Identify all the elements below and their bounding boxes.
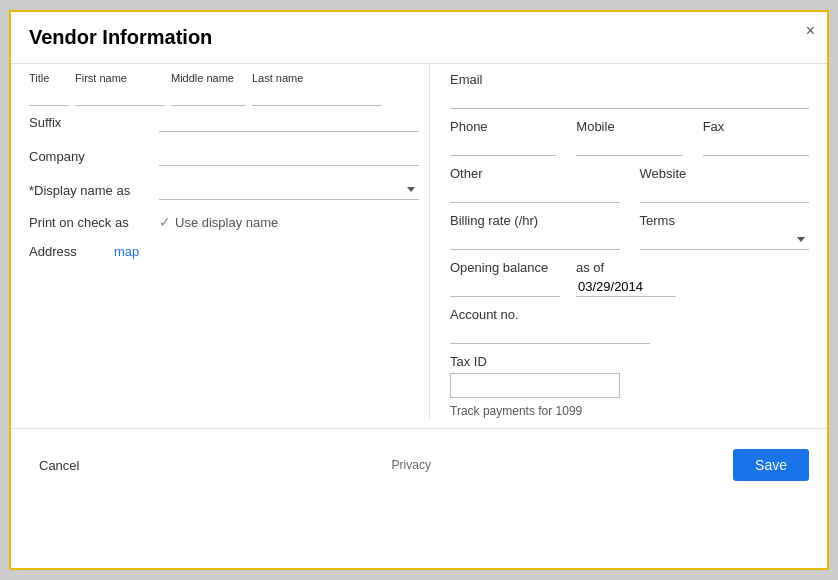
save-button[interactable]: Save bbox=[733, 449, 809, 481]
address-row: Address map bbox=[29, 244, 419, 259]
tax-id-input[interactable] bbox=[450, 373, 620, 398]
opening-balance-input[interactable] bbox=[450, 277, 560, 297]
other-input[interactable] bbox=[450, 183, 620, 203]
mobile-input[interactable] bbox=[576, 136, 682, 156]
terms-label: Terms bbox=[640, 213, 810, 228]
other-field-group: Other bbox=[450, 166, 620, 203]
terms-field-group: Terms Net 15 Net 30 Net 60 Due on receip… bbox=[640, 213, 810, 250]
as-of-field-group: as of bbox=[576, 260, 676, 297]
middlename-input[interactable] bbox=[171, 86, 246, 106]
suffix-input[interactable] bbox=[159, 112, 419, 132]
email-row: Email bbox=[450, 72, 809, 109]
mobile-label: Mobile bbox=[576, 119, 682, 134]
phone-label: Phone bbox=[450, 119, 556, 134]
company-input[interactable] bbox=[159, 146, 419, 166]
address-label: Address bbox=[29, 244, 114, 259]
close-button[interactable]: × bbox=[806, 22, 815, 40]
track-payments-label: Track payments for 1099 bbox=[450, 404, 809, 418]
suffix-row: Suffix bbox=[29, 112, 419, 132]
email-label: Email bbox=[450, 72, 809, 87]
other-label: Other bbox=[450, 166, 620, 181]
email-field-group: Email bbox=[450, 72, 809, 109]
vendor-information-dialog: Vendor Information × Title First name Mi… bbox=[9, 10, 829, 570]
billing-rate-label: Billing rate (/hr) bbox=[450, 213, 620, 228]
dialog-body: Title First name Middle name Last name bbox=[11, 64, 827, 418]
as-of-input[interactable] bbox=[576, 277, 676, 297]
mobile-field-group: Mobile bbox=[576, 119, 682, 156]
middlename-label: Middle name bbox=[171, 72, 246, 84]
terms-select[interactable]: Net 15 Net 30 Net 60 Due on receipt bbox=[640, 230, 810, 250]
title-label: Title bbox=[29, 72, 69, 84]
display-name-select[interactable] bbox=[159, 180, 419, 200]
website-input[interactable] bbox=[640, 183, 810, 203]
account-no-row: Account no. bbox=[450, 307, 809, 344]
firstname-field-group: First name bbox=[75, 72, 165, 106]
phone-input[interactable] bbox=[450, 136, 556, 156]
other-website-row: Other Website bbox=[450, 166, 809, 203]
suffix-label: Suffix bbox=[29, 115, 159, 130]
phone-field-group: Phone bbox=[450, 119, 556, 156]
left-column: Title First name Middle name Last name bbox=[29, 64, 419, 418]
map-link[interactable]: map bbox=[114, 244, 139, 259]
company-label: Company bbox=[29, 149, 159, 164]
opening-balance-row: Opening balance as of bbox=[450, 260, 809, 297]
account-no-input[interactable] bbox=[450, 324, 650, 344]
fax-label: Fax bbox=[703, 119, 809, 134]
dialog-footer: Cancel Privacy Save bbox=[11, 437, 827, 495]
billing-rate-field-group: Billing rate (/hr) bbox=[450, 213, 620, 250]
print-on-check-label: Print on check as bbox=[29, 215, 159, 230]
fax-field-group: Fax bbox=[703, 119, 809, 156]
lastname-field-group: Last name bbox=[252, 72, 382, 106]
title-input[interactable] bbox=[29, 86, 69, 106]
privacy-link[interactable]: Privacy bbox=[392, 458, 431, 472]
tax-id-section: Tax ID Track payments for 1099 bbox=[450, 354, 809, 418]
lastname-input[interactable] bbox=[252, 86, 382, 106]
lastname-label: Last name bbox=[252, 72, 382, 84]
middlename-field-group: Middle name bbox=[171, 72, 246, 106]
right-column: Email Phone Mobile Fax bbox=[429, 64, 809, 418]
firstname-input[interactable] bbox=[75, 86, 165, 106]
tax-id-label: Tax ID bbox=[450, 354, 809, 369]
checkmark-icon: ✓ bbox=[159, 214, 171, 230]
billing-rate-input[interactable] bbox=[450, 230, 620, 250]
firstname-label: First name bbox=[75, 72, 165, 84]
website-label: Website bbox=[640, 166, 810, 181]
account-no-label: Account no. bbox=[450, 307, 809, 322]
website-field-group: Website bbox=[640, 166, 810, 203]
company-row: Company bbox=[29, 146, 419, 166]
fax-input[interactable] bbox=[703, 136, 809, 156]
name-row: Title First name Middle name Last name bbox=[29, 72, 419, 106]
opening-balance-field-group: Opening balance bbox=[450, 260, 560, 297]
display-name-label: *Display name as bbox=[29, 183, 159, 198]
phone-mobile-fax-row: Phone Mobile Fax bbox=[450, 119, 809, 156]
print-check-group: ✓ Use display name bbox=[159, 214, 278, 230]
title-field-group: Title bbox=[29, 72, 69, 106]
billing-terms-row: Billing rate (/hr) Terms Net 15 Net 30 N… bbox=[450, 213, 809, 250]
cancel-button[interactable]: Cancel bbox=[29, 452, 89, 479]
dialog-title: Vendor Information bbox=[11, 12, 827, 59]
print-on-check-row: Print on check as ✓ Use display name bbox=[29, 214, 419, 230]
display-name-row: *Display name as bbox=[29, 180, 419, 200]
use-display-name-label: Use display name bbox=[175, 215, 278, 230]
opening-balance-label: Opening balance bbox=[450, 260, 560, 275]
email-input[interactable] bbox=[450, 89, 809, 109]
as-of-label: as of bbox=[576, 260, 676, 275]
